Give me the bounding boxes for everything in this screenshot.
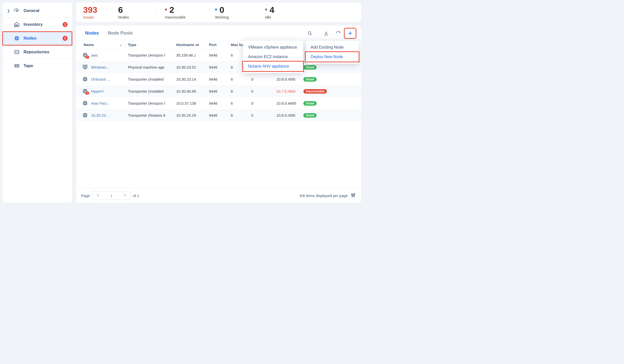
col-port[interactable]: Port <box>209 43 228 47</box>
tab-node-pools[interactable]: Node Pools <box>108 28 133 40</box>
search-button[interactable] <box>304 29 315 38</box>
menu-deploy-new[interactable]: Deploy New Node <box>306 52 359 62</box>
svg-rect-14 <box>84 78 87 81</box>
stat-label: Inaccessible <box>165 15 210 19</box>
menu-vmware[interactable]: VMware vSphere appliance <box>243 43 303 52</box>
tab-nodes[interactable]: Nodes <box>85 28 99 40</box>
svg-rect-20 <box>84 114 87 117</box>
badge: 1 <box>63 22 68 27</box>
status-badge: Good <box>303 113 317 118</box>
cell-type: Transporter (Installed <box>128 89 173 93</box>
cell-col6: 0 <box>251 113 276 117</box>
items-per-page-text: 6/6 items displayed per page <box>300 194 348 198</box>
repository-icon <box>14 49 20 55</box>
status-badge: Good <box>303 101 317 106</box>
cell-type: Physical machine age <box>128 65 173 69</box>
svg-rect-24 <box>354 194 355 195</box>
stat-value: 6 <box>118 6 148 15</box>
sort-chevron-icon[interactable]: ⌄ <box>119 43 122 47</box>
cell-port: 9446 <box>209 89 228 93</box>
svg-rect-16 <box>84 90 87 93</box>
cpu-icon <box>82 112 89 119</box>
status-badge: Good <box>303 77 317 82</box>
svg-point-7 <box>15 65 16 66</box>
stat-value: 2 <box>165 6 210 15</box>
cell-host: 10.30.23.14 <box>176 77 206 81</box>
stat-working[interactable]: 0 Working <box>215 6 260 19</box>
cell-host: 35.159.46.1 <box>176 53 206 57</box>
cell-status: Good <box>303 101 331 106</box>
sidebar-item-inventory[interactable]: Inventory 1 <box>3 18 72 32</box>
page-label: Page <box>81 194 90 198</box>
vm-icon <box>82 64 89 71</box>
add-button[interactable] <box>345 29 356 38</box>
status-badge: Inaccessible <box>303 89 327 94</box>
stat-label: Issues <box>83 15 113 19</box>
node-name-link[interactable]: aws <box>91 53 98 57</box>
column-settings-icon[interactable] <box>351 193 356 198</box>
table-row[interactable]: Onboard … Transporter (Installed 10.30.2… <box>76 73 361 85</box>
stat-idle[interactable]: 4 Idle <box>265 6 310 19</box>
cell-status: Good <box>303 65 331 70</box>
sidebar-item-label: Repositories <box>24 50 49 55</box>
stat-inaccessible[interactable]: 2 Inaccessible <box>165 6 210 19</box>
col-type[interactable]: Type <box>128 43 173 47</box>
svg-rect-3 <box>15 37 18 40</box>
gear-icon <box>14 8 20 14</box>
page-prev-button[interactable] <box>93 192 103 200</box>
cell-port: 9446 <box>209 113 228 117</box>
svg-rect-13 <box>84 66 86 67</box>
cell-version: 10.8.0.r695 <box>276 77 303 81</box>
table-row[interactable]: Asia Paci… Transporter (Amazon l 10.0.37… <box>76 97 361 109</box>
cell-col6: 0 <box>251 77 276 81</box>
page-current: 1 <box>103 194 120 198</box>
cell-col6: 0 <box>251 89 276 93</box>
svg-point-8 <box>17 65 18 66</box>
cell-max: 6 <box>231 113 251 117</box>
sidebar-item-tape[interactable]: Tape <box>3 59 72 73</box>
stat-issues[interactable]: 393 Issues <box>83 6 113 19</box>
stat-nodes[interactable]: 6 Nodes <box>118 6 148 19</box>
stat-label: Working <box>215 15 260 19</box>
svg-rect-15 <box>84 78 86 80</box>
refresh-button[interactable] <box>333 29 344 38</box>
menu-ec2[interactable]: Amazon EC2 instance <box>243 52 303 62</box>
node-name-link[interactable]: HyperV <box>91 89 104 93</box>
page-next-button[interactable] <box>120 192 130 200</box>
node-name-link[interactable]: Asia Paci… <box>91 101 111 105</box>
node-name-link[interactable]: Windows… <box>91 65 110 69</box>
download-button[interactable] <box>321 29 332 38</box>
node-name-link[interactable]: 10.30.23.… <box>91 113 111 117</box>
cpu-icon <box>82 100 89 107</box>
table-row[interactable]: HyperV Transporter (Installed 10.30.40.6… <box>76 85 361 97</box>
sidebar-item-nodes[interactable]: Nodes 2 <box>3 32 72 45</box>
sidebar-item-repositories[interactable]: Repositories <box>3 45 72 59</box>
col-name[interactable]: Name <box>84 43 94 47</box>
menu-nutanix[interactable]: Nutanix AHV appliance <box>243 62 303 71</box>
svg-rect-10 <box>84 54 87 57</box>
tape-icon <box>14 63 20 69</box>
cell-port: 9446 <box>209 77 228 81</box>
status-badge: Good <box>303 65 317 70</box>
deploy-submenu: VMware vSphere appliance Amazon EC2 inst… <box>243 41 303 73</box>
node-name-link[interactable]: Onboard … <box>91 77 111 81</box>
table-row[interactable]: 10.30.23.… Transporter (Nutanix A 10.30.… <box>76 109 361 121</box>
add-menu: Add Existing Node Deploy New Node <box>306 41 359 64</box>
stat-value: 0 <box>215 6 260 15</box>
cell-port: 9446 <box>209 65 228 69</box>
menu-add-existing[interactable]: Add Existing Node <box>306 43 359 52</box>
cell-type: Transporter (Amazon l <box>128 101 173 105</box>
col-hostname[interactable]: Hostname or <box>176 43 206 47</box>
cell-type: Transporter (Amazon l <box>128 53 173 57</box>
cell-max: 6 <box>231 89 251 93</box>
cell-host: 10.30.23.52 <box>176 65 206 69</box>
cell-type: Transporter (Installed <box>128 77 173 81</box>
cell-max: 6 <box>231 101 251 105</box>
sidebar-item-general[interactable]: ❯ General <box>3 4 72 18</box>
cell-version: 10.7.0.r663 <box>276 89 303 93</box>
stat-label: Idle <box>265 15 310 19</box>
cell-host: 10.30.24.29 <box>176 113 206 117</box>
stat-label: Nodes <box>118 15 148 19</box>
svg-rect-17 <box>84 90 86 92</box>
sidebar-item-label: Tape <box>24 63 33 68</box>
